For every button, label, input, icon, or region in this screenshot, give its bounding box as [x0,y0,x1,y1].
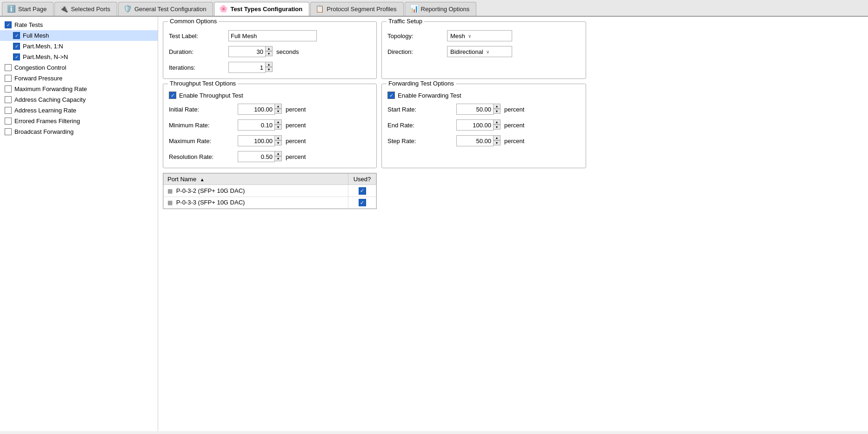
minimum-rate-input[interactable] [238,119,275,131]
step-rate-up-btn[interactable]: ▲ [493,135,501,140]
end-rate-input[interactable] [456,119,494,131]
sidebar-checkbox-errored-frames-filtering[interactable] [5,118,12,125]
start-page-icon: ℹ️ [7,5,16,13]
start-rate-row: Start Rate: ▲ ▼ percent [387,104,580,115]
port-name-header[interactable]: Port Name ▲ [164,174,348,185]
port-name-header-label: Port Name [167,176,196,183]
sidebar-checkbox-part-mesh-nn[interactable]: ✓ [13,53,20,60]
start-rate-up-btn[interactable]: ▲ [493,104,501,109]
port-name-cell-1: ▦ P-0-3-2 (SFP+ 10G DAC) [164,185,348,197]
used-cell-2[interactable]: ✓ [348,197,376,209]
initial-rate-input[interactable] [238,104,275,115]
iterations-input[interactable] [228,62,266,73]
sidebar-item-congestion-control[interactable]: Congestion Control [0,62,158,73]
maximum-rate-up-btn[interactable]: ▲ [274,135,282,140]
used-header[interactable]: Used? [348,174,376,185]
tab-reporting-options[interactable]: 📊 Reporting Options [405,2,477,16]
sidebar-item-full-mesh[interactable]: ✓ Full Mesh [0,30,158,41]
minimum-rate-down-btn[interactable]: ▼ [274,125,282,130]
maximum-rate-down-btn[interactable]: ▼ [274,140,282,145]
traffic-setup-panel: Traffic Setup Topology: Mesh ∨ Direction… [381,21,586,79]
initial-rate-spinner: ▲ ▼ [274,104,282,115]
maximum-rate-spinner-group: ▲ ▼ [238,135,282,146]
direction-dropdown[interactable]: Bidirectional ∨ [447,46,512,57]
topology-dropdown[interactable]: Mesh ∨ [447,30,512,41]
sidebar-item-forward-pressure[interactable]: Forward Pressure [0,73,158,84]
initial-rate-down-btn[interactable]: ▼ [274,109,282,114]
used-checkbox-2[interactable]: ✓ [359,199,366,206]
sidebar-item-address-learning-rate[interactable]: Address Learning Rate [0,105,158,116]
table-row: ▦ P-0-3-2 (SFP+ 10G DAC) ✓ [164,185,376,197]
start-rate-input[interactable] [456,104,494,115]
step-rate-label: Step Rate: [387,138,453,145]
resolution-rate-input[interactable] [238,151,275,162]
used-checkbox-1[interactable]: ✓ [359,187,366,195]
step-rate-down-btn[interactable]: ▼ [493,140,501,145]
forwarding-options-panel: Forwarding Test Options ✓ Enable Forward… [381,84,586,168]
end-rate-up-btn[interactable]: ▲ [493,119,501,125]
sidebar-checkbox-full-mesh[interactable]: ✓ [13,32,20,39]
sidebar-checkbox-congestion-control[interactable] [5,64,12,71]
sidebar-item-address-caching-capacity[interactable]: Address Caching Capacity [0,94,158,105]
step-rate-spinner-group: ▲ ▼ [456,135,501,146]
enable-forwarding-row: ✓ Enable Forwarding Test [387,92,580,99]
start-rate-down-btn[interactable]: ▼ [493,109,501,114]
sidebar-item-part-mesh-1n[interactable]: ✓ Part.Mesh, 1:N [0,41,158,52]
iterations-up-btn[interactable]: ▲ [265,62,273,67]
start-rate-label: Start Rate: [387,106,453,113]
sidebar-checkbox-address-caching-capacity[interactable] [5,96,12,103]
duration-input[interactable] [228,46,266,57]
sidebar-checkbox-rate-tests[interactable]: ✓ [5,21,12,28]
tab-start-page-label: Start Page [18,6,47,13]
enable-throughput-checkbox[interactable]: ✓ [169,92,176,99]
direction-label: Direction: [387,48,443,55]
sidebar-checkbox-address-learning-rate[interactable] [5,107,12,114]
sidebar-label-full-mesh: Full Mesh [23,32,49,39]
port-table-container: Port Name ▲ Used? ▦ P-0-3-2 (SFP+ 10G DA… [163,173,377,209]
used-header-label: Used? [354,176,371,183]
start-rate-unit: percent [504,106,524,113]
common-options-title: Common Options [168,18,219,25]
resolution-rate-up-btn[interactable]: ▲ [274,151,282,156]
duration-down-btn[interactable]: ▼ [265,51,273,56]
sidebar-checkbox-max-forwarding-rate[interactable] [5,85,12,92]
maximum-rate-unit: percent [286,138,306,145]
tab-general-test-config[interactable]: 🛡️ General Test Configuration [118,2,213,16]
sidebar-item-part-mesh-nn[interactable]: ✓ Part.Mesh, N->N [0,52,158,62]
port-icon-1: ▦ [167,188,173,194]
topology-row: Topology: Mesh ∨ [387,30,580,41]
throughput-options-title: Throughput Test Options [168,80,238,87]
resolution-rate-label: Resolution Rate: [169,153,234,160]
sidebar-item-rate-tests[interactable]: ✓ Rate Tests [0,20,158,30]
tab-start-page[interactable]: ℹ️ Start Page [2,2,53,16]
test-label-input[interactable] [228,30,317,41]
tab-protocol-segment-profiles[interactable]: 📋 Protocol Segment Profiles [310,2,403,16]
duration-up-btn[interactable]: ▲ [265,46,273,51]
initial-rate-row: Initial Rate: ▲ ▼ percent [169,104,371,115]
sidebar-item-max-forwarding-rate[interactable]: Maximum Forwarding Rate [0,84,158,94]
sidebar-checkbox-broadcast-forwarding[interactable] [5,128,12,135]
direction-row: Direction: Bidirectional ∨ [387,46,580,57]
initial-rate-up-btn[interactable]: ▲ [274,104,282,109]
iterations-label: Iterations: [169,64,225,71]
resolution-rate-spinner-group: ▲ ▼ [238,151,282,162]
tab-protocol-segment-profiles-label: Protocol Segment Profiles [327,6,396,13]
enable-forwarding-checkbox[interactable]: ✓ [387,92,395,99]
enable-throughput-label: Enable Throughput Test [179,92,243,99]
tab-selected-ports[interactable]: 🔌 Selected Ports [54,2,117,16]
used-cell-1[interactable]: ✓ [348,185,376,197]
resolution-rate-down-btn[interactable]: ▼ [274,156,282,161]
end-rate-down-btn[interactable]: ▼ [493,125,501,130]
sidebar-item-errored-frames-filtering[interactable]: Errored Frames Filtering [0,116,158,126]
iterations-down-btn[interactable]: ▼ [265,67,273,72]
enable-forwarding-label: Enable Forwarding Test [398,92,461,99]
sidebar-checkbox-forward-pressure[interactable] [5,75,12,82]
topology-dropdown-arrow: ∨ [468,33,471,39]
step-rate-input[interactable] [456,135,494,146]
maximum-rate-input[interactable] [238,135,275,146]
sidebar-checkbox-part-mesh-1n[interactable]: ✓ [13,43,20,50]
minimum-rate-up-btn[interactable]: ▲ [274,119,282,125]
tab-test-types-config[interactable]: 🌸 Test Types Configuration [214,2,309,16]
sidebar: ✓ Rate Tests ✓ Full Mesh ✓ Part.Mesh, 1:… [0,17,158,431]
sidebar-item-broadcast-forwarding[interactable]: Broadcast Forwarding [0,126,158,137]
